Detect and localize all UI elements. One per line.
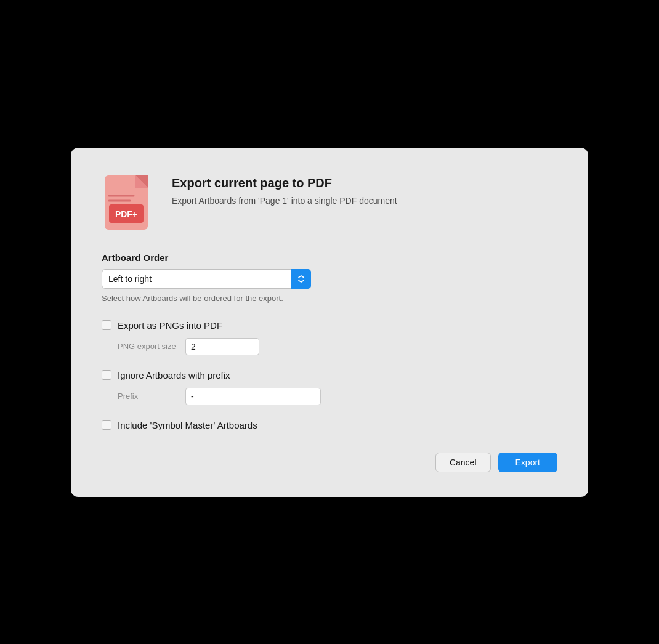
artboard-order-select-wrapper: Left to right Top to bottom Right to lef… — [102, 269, 311, 289]
prefix-label: Prefix — [118, 392, 179, 401]
pdf-icon: PDF+ — [102, 172, 157, 234]
svg-text:PDF+: PDF+ — [115, 209, 137, 219]
include-symbol-label: Include 'Symbol Master' Artboards — [118, 420, 257, 430]
dialog-footer: Cancel Export — [102, 453, 557, 472]
artboard-order-select[interactable]: Left to right Top to bottom Right to lef… — [102, 269, 311, 289]
include-symbol-row: Include 'Symbol Master' Artboards — [102, 420, 557, 430]
include-symbol-checkbox[interactable] — [102, 420, 111, 430]
ignore-artboards-section: Ignore Artboards with prefix Prefix — [102, 370, 557, 405]
ignore-artboards-row: Ignore Artboards with prefix — [102, 370, 557, 380]
artboard-order-section: Artboard Order Left to right Top to bott… — [102, 252, 557, 303]
ignore-artboards-checkbox[interactable] — [102, 370, 111, 380]
dialog-header: PDF+ Export current page to PDF Export A… — [102, 172, 557, 234]
artboard-order-hint: Select how Artboards will be ordered for… — [102, 294, 557, 303]
png-size-label: PNG export size — [118, 342, 179, 351]
prefix-input[interactable] — [185, 388, 321, 405]
ignore-artboards-label: Ignore Artboards with prefix — [118, 370, 230, 380]
cancel-button[interactable]: Cancel — [435, 453, 491, 472]
dialog-title: Export current page to PDF — [172, 176, 397, 190]
export-png-label: Export as PNGs into PDF — [118, 320, 222, 331]
export-button[interactable]: Export — [498, 453, 557, 472]
export-png-checkbox[interactable] — [102, 320, 111, 330]
export-png-row: Export as PNGs into PDF — [102, 320, 557, 331]
png-size-row: PNG export size — [118, 338, 557, 355]
prefix-row: Prefix — [118, 388, 557, 405]
dialog-subtitle: Export Artboards from 'Page 1' into a si… — [172, 195, 397, 207]
export-dialog: PDF+ Export current page to PDF Export A… — [71, 148, 588, 497]
include-symbol-section: Include 'Symbol Master' Artboards — [102, 420, 557, 430]
artboard-order-label: Artboard Order — [102, 252, 557, 263]
export-png-section: Export as PNGs into PDF PNG export size — [102, 320, 557, 355]
png-size-input[interactable] — [185, 338, 259, 355]
header-text: Export current page to PDF Export Artboa… — [172, 172, 397, 207]
